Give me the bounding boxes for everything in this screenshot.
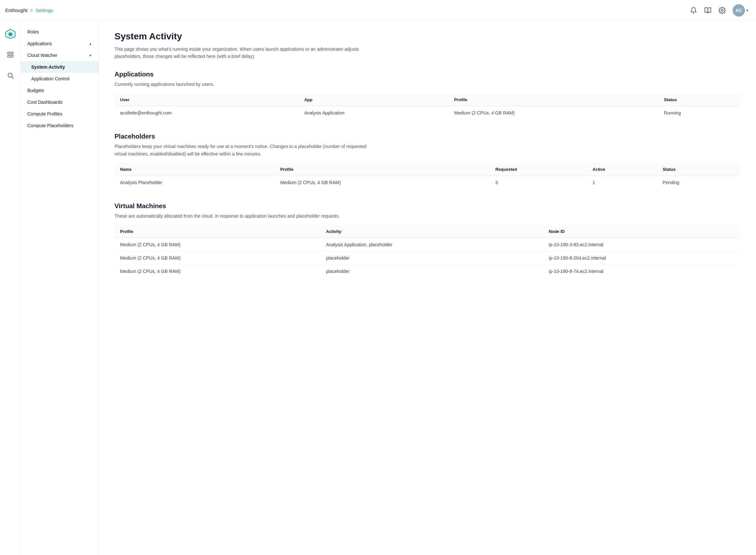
cloud-watcher-arrow-icon: ▼ (89, 54, 92, 57)
cell-profile: Medium (2 CPUs, 4 GB RAM) (115, 252, 321, 265)
cell-profile: Medium (2 CPUs, 4 GB RAM) (115, 265, 321, 278)
settings-gear-icon[interactable] (718, 6, 726, 14)
cell-app: Analysis Application (299, 106, 449, 120)
sidebar-item-application-control[interactable]: Application Control (21, 73, 98, 85)
cell-activity: Analysis Application, placeholder (321, 238, 544, 252)
applications-section: Applications Currently running applicati… (115, 71, 741, 120)
table-row: Medium (2 CPUs, 4 GB RAM) placeholder ip… (115, 252, 741, 265)
breadcrumb-current: Settings (36, 7, 53, 13)
top-header: Enthought > Settings AC (0, 0, 756, 21)
cell-active: 1 (587, 176, 658, 189)
placeholders-table: Name Profile Requested Active Status Ana… (115, 163, 741, 189)
sidebar-item-system-activity[interactable]: System Activity (21, 61, 98, 73)
applications-section-title: Applications (115, 71, 741, 78)
breadcrumb-org: Enthought (5, 7, 27, 13)
sidebar-item-budgets[interactable]: Budgets (21, 85, 98, 96)
cell-requested: 3 (490, 176, 587, 189)
cell-user: acollette@enthought.com (115, 106, 299, 120)
cell-node-id: ip-10-190-8-204.ec2.internal (544, 252, 741, 265)
ph-col-status: Status (658, 163, 741, 176)
vm-col-node-id: Node ID (544, 225, 741, 238)
user-avatar-wrapper[interactable]: AC ▾ (732, 4, 748, 16)
vm-section-title: Virtual Machines (115, 202, 741, 210)
user-avatar[interactable]: AC (732, 4, 745, 16)
cell-activity: placeholder (321, 252, 544, 265)
cell-name: Analysis Placeholder (115, 176, 275, 189)
sidebar-item-compute-profiles[interactable]: Compute Profiles (21, 108, 98, 120)
cell-activity: placeholder (321, 265, 544, 278)
vm-col-activity: Activity (321, 225, 544, 238)
header-left: Enthought > Settings (5, 7, 53, 13)
vm-section-desc: These are automatically allocated from t… (115, 212, 368, 220)
cell-status: Pending (658, 176, 741, 189)
sidebar-item-cloud-watcher[interactable]: Cloud Watcher ▼ (21, 49, 98, 61)
search-icon[interactable] (4, 69, 17, 82)
svg-point-0 (721, 9, 723, 11)
sidebar-icon-column (0, 21, 21, 555)
sidebar-item-roles[interactable]: Roles (21, 26, 98, 38)
ph-col-active: Active (587, 163, 658, 176)
ph-col-name: Name (115, 163, 275, 176)
virtual-machines-section: Virtual Machines These are automatically… (115, 202, 741, 278)
svg-rect-5 (11, 52, 13, 54)
table-row: acollette@enthought.com Analysis Applica… (115, 106, 741, 120)
book-icon[interactable] (704, 6, 712, 14)
sidebar-nav: Roles Applications ▲ Cloud Watcher ▼ Sys… (21, 21, 99, 555)
cell-profile: Medium (2 CPUs, 4 GB RAM) (449, 106, 659, 120)
breadcrumb-separator: > (30, 7, 33, 13)
applications-arrow-icon: ▲ (89, 42, 92, 46)
svg-line-9 (12, 77, 13, 78)
col-header-profile: Profile (449, 93, 659, 106)
cell-node-id: ip-10-190-3-93.ec2.internal (544, 238, 741, 252)
page-description: This page shows you what's running insid… (115, 46, 368, 60)
vm-table: Profile Activity Node ID Medium (2 CPUs,… (115, 225, 741, 278)
layout: Roles Applications ▲ Cloud Watcher ▼ Sys… (0, 21, 756, 555)
cell-node-id: ip-10-190-8-74.ec2.internal (544, 265, 741, 278)
vm-col-profile: Profile (115, 225, 321, 238)
ph-col-requested: Requested (490, 163, 587, 176)
placeholders-section-desc: Placeholders keep your virtual machines … (115, 143, 368, 158)
applications-section-desc: Currently running applications launched … (115, 81, 368, 88)
bell-icon[interactable] (690, 6, 698, 14)
breadcrumb: Enthought > Settings (5, 7, 53, 13)
applications-table: User App Profile Status acollette@enthou… (115, 93, 741, 120)
apps-grid-icon[interactable] (4, 48, 17, 61)
header-right: AC ▾ (690, 4, 748, 16)
main-content: System Activity This page shows you what… (99, 21, 756, 555)
sidebar-item-compute-placeholders[interactable]: Compute Placeholders (21, 120, 98, 131)
avatar-chevron-icon: ▾ (746, 8, 748, 13)
sidebar-item-applications[interactable]: Applications ▲ (21, 38, 98, 49)
sidebar-item-cost-dashboards[interactable]: Cost Dashboards (21, 96, 98, 108)
table-row: Medium (2 CPUs, 4 GB RAM) placeholder ip… (115, 265, 741, 278)
svg-rect-7 (11, 55, 13, 57)
table-row: Medium (2 CPUs, 4 GB RAM) Analysis Appli… (115, 238, 741, 252)
col-header-status: Status (659, 93, 741, 106)
cell-profile: Medium (2 CPUs, 4 GB RAM) (275, 176, 490, 189)
svg-rect-6 (7, 55, 9, 57)
ph-col-profile: Profile (275, 163, 490, 176)
placeholders-section-title: Placeholders (115, 133, 741, 140)
page-title: System Activity (115, 31, 741, 42)
col-header-user: User (115, 93, 299, 106)
cell-profile: Medium (2 CPUs, 4 GB RAM) (115, 238, 321, 252)
placeholders-section: Placeholders Placeholders keep your virt… (115, 133, 741, 189)
cell-status: Running (659, 106, 741, 120)
col-header-app: App (299, 93, 449, 106)
table-row: Analysis Placeholder Medium (2 CPUs, 4 G… (115, 176, 741, 189)
app-logo (4, 27, 17, 40)
svg-rect-4 (7, 52, 9, 54)
